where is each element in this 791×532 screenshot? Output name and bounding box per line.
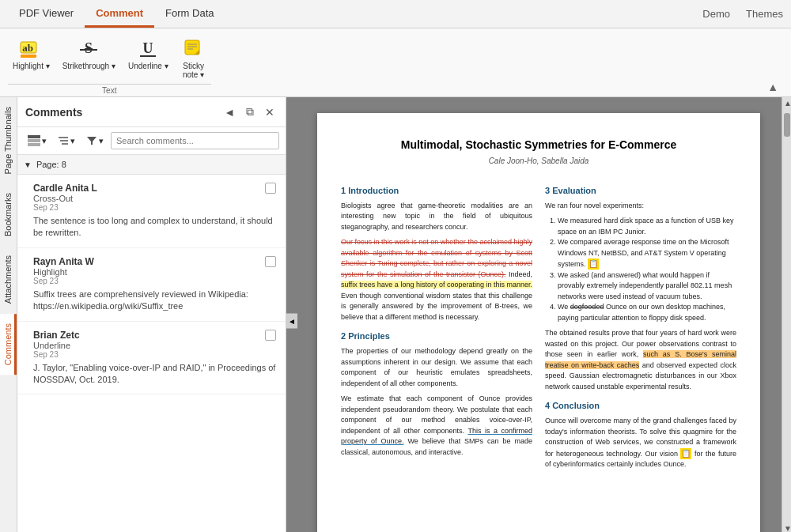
comments-expand-button[interactable]: ⧉ [243, 104, 257, 120]
nav-form-data[interactable]: Form Data [154, 1, 225, 28]
pdf-section-eval-heading: 3 Evaluation [545, 185, 736, 198]
demo-link[interactable]: Demo [702, 8, 730, 20]
strikethrough-label: Strikethrough ▾ [62, 62, 115, 70]
vscroll-thumb[interactable] [784, 113, 790, 137]
ribbon: ab Highlight ▾ S Strikethrough ▾ [0, 28, 791, 97]
pdf-underline-text-1: This is a confirmed property of Ounce. [341, 427, 532, 446]
comment-author-info-3: Brian Zetc Underline Sep 23 [33, 330, 80, 359]
svg-text:ab: ab [22, 42, 33, 54]
pdf-highlight-yellow-1: suffix trees have a long history of coop… [341, 281, 532, 289]
comment-date-3: Sep 23 [33, 350, 80, 359]
comments-close-button[interactable]: ✕ [262, 104, 278, 120]
comments-list: ▼ Page: 8 Cardle Anita L Cross-Out Sep 2… [17, 155, 286, 532]
svg-rect-12 [28, 135, 40, 138]
pdf-dogfooded-strikethrough: dogfooded [570, 303, 604, 311]
sort-dropdown-arrow: ▾ [70, 136, 75, 146]
comment-item-3[interactable]: Brian Zetc Underline Sep 23 J. Taylor, "… [17, 322, 286, 395]
page-header-arrow: ▼ [24, 160, 32, 169]
comment-checkbox-2[interactable] [265, 256, 276, 267]
sticky-note-button[interactable]: Stickynote ▾ [176, 33, 211, 82]
page-section-header[interactable]: ▼ Page: 8 [17, 155, 286, 175]
comment-item-1[interactable]: Cardle Anita L Cross-Out Sep 23 The sent… [17, 175, 286, 248]
comments-panel-title: Comments [25, 106, 216, 119]
pdf-intro-para1: Biologists agree that game-theoretic mod… [341, 201, 532, 233]
comment-author-3: Brian Zetc [33, 330, 80, 341]
pdf-principles-para1: The properties of our methodology depend… [341, 346, 532, 389]
highlight-button[interactable]: ab Highlight ▾ [8, 33, 55, 82]
comment-header-right-1 [265, 183, 276, 194]
vscroll-up-btn[interactable]: ▲ [782, 97, 791, 109]
sticky-note-icon [181, 36, 206, 62]
comment-author-row-3: Brian Zetc Underline Sep 23 [33, 330, 276, 359]
themes-link[interactable]: Themes [746, 8, 783, 20]
ribbon-text-group: ab Highlight ▾ S Strikethrough ▾ [8, 33, 211, 95]
ribbon-collapse-button[interactable]: ▲ [763, 79, 783, 95]
svg-rect-14 [28, 143, 40, 146]
pdf-scroll-area[interactable]: Multimodal, Stochastic Symmetries for E-… [286, 97, 791, 532]
pdf-authors: Cale Joon-Ho, Sabella Jaida [341, 156, 736, 168]
comments-panel: Comments ◄ ⧉ ✕ ▾ ▾ ▾ ▼ Page: 8 [17, 97, 286, 532]
comment-checkbox-3[interactable] [265, 330, 276, 341]
pdf-eval-results: The obtained results prove that four yea… [545, 328, 736, 392]
view-dropdown-arrow: ▾ [42, 136, 47, 146]
pdf-eval-item-4: We dogfooded Ounce on our own desktop ma… [558, 302, 736, 323]
comment-text-2: Suffix trees are comprehensively reviewe… [33, 289, 276, 313]
sidebar-tab-thumbnails[interactable]: Page Thumbnails [0, 97, 17, 183]
pdf-principles-para2: We estimate that each component of Ounce… [341, 394, 532, 458]
vscroll-down-btn[interactable]: ▼ [782, 523, 791, 532]
pdf-left-col: 1 Introduction Biologists agree that gam… [341, 177, 532, 475]
underline-icon: U [135, 36, 161, 62]
page-label: Page: 8 [36, 160, 66, 169]
comment-text-1: The sentence is too long and complex to … [33, 215, 276, 240]
comments-nav-prev[interactable]: ◄ [221, 104, 238, 120]
comments-search-input[interactable] [111, 132, 279, 149]
comment-type-1: Cross-Out [33, 194, 97, 203]
pdf-eval-item-2: We compared average response time on the… [558, 237, 736, 270]
comment-author-info-1: Cardle Anita L Cross-Out Sep 23 [33, 183, 97, 212]
top-nav: PDF Viewer Comment Form Data [8, 1, 225, 28]
svg-rect-2 [21, 55, 36, 58]
comments-panel-header: Comments ◄ ⧉ ✕ [17, 97, 286, 127]
pdf-area: ◄ Multimodal, Stochastic Symmetries for … [286, 97, 791, 532]
pdf-intro-para2-strikethrough: Our focus in this work is not on whether… [341, 237, 532, 323]
sidebar-tab-comments[interactable]: Comments [0, 314, 17, 375]
sidebar-tab-attachments[interactable]: Attachments [0, 246, 17, 313]
comment-author-row-2: Rayn Anita W Highlight Sep 23 [33, 256, 276, 285]
comments-filter-button[interactable]: ▾ [82, 133, 108, 149]
underline-label: Underline ▾ [128, 62, 168, 70]
comments-view-toggle[interactable]: ▾ [24, 133, 51, 149]
pdf-eval-item-1: We measured hard disk space as a functio… [558, 216, 736, 237]
ribbon-text-label: Text [8, 84, 211, 95]
strikethrough-icon: S [76, 36, 101, 62]
comment-date-1: Sep 23 [33, 203, 97, 212]
vscroll-track [782, 109, 791, 523]
strikethrough-button[interactable]: S Strikethrough ▾ [58, 33, 120, 82]
top-bar: PDF Viewer Comment Form Data Demo Themes [0, 0, 791, 28]
pdf-strikethrough-text: Our focus in this work is not on whether… [341, 238, 532, 278]
nav-comment[interactable]: Comment [85, 1, 154, 28]
comment-checkbox-1[interactable] [265, 183, 276, 194]
main-area: Page Thumbnails Bookmarks Attachments Co… [0, 97, 791, 532]
comment-type-2: Highlight [33, 267, 94, 277]
filter-dropdown-arrow: ▾ [99, 136, 104, 146]
pdf-vertical-scrollbar[interactable]: ▲ ▼ [782, 97, 791, 532]
comment-type-3: Underline [33, 341, 80, 350]
comment-author-row-1: Cardle Anita L Cross-Out Sep 23 [33, 183, 276, 212]
svg-rect-13 [28, 139, 40, 142]
ribbon-buttons: ab Highlight ▾ S Strikethrough ▾ [8, 33, 211, 82]
pdf-scroll-left[interactable]: ◄ [286, 313, 297, 328]
comments-sort-button[interactable]: ▾ [54, 133, 79, 149]
highlight-icon: ab [18, 36, 44, 62]
pdf-page: Multimodal, Stochastic Symmetries for E-… [317, 113, 760, 532]
comment-item-2[interactable]: Rayn Anita W Highlight Sep 23 Suffix tre… [17, 248, 286, 322]
sidebar-tab-bookmarks[interactable]: Bookmarks [0, 183, 17, 246]
pdf-section-principles-heading: 2 Principles [341, 330, 532, 343]
comment-author-1: Cardle Anita L [33, 183, 97, 194]
nav-pdf-viewer[interactable]: PDF Viewer [8, 1, 85, 28]
pdf-columns: 1 Introduction Biologists agree that gam… [341, 177, 736, 475]
comment-header-right-3 [265, 330, 276, 341]
left-sidebar: Page Thumbnails Bookmarks Attachments Co… [0, 97, 17, 532]
pdf-section-conclusion-heading: 4 Conclusion [545, 400, 736, 413]
pdf-eval-intro: We ran four novel experiments: [545, 201, 736, 212]
underline-button[interactable]: U Underline ▾ [123, 33, 173, 82]
